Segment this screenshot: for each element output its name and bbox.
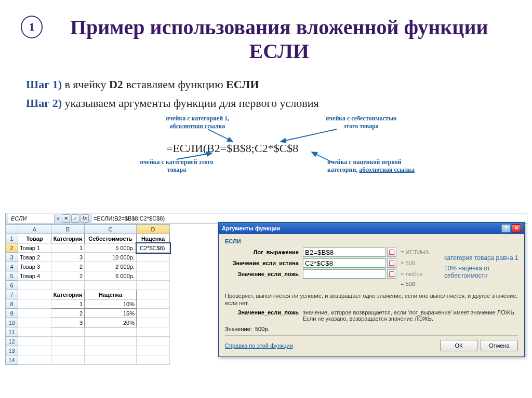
col-B[interactable]: B bbox=[51, 225, 85, 234]
computed-result: = 500 bbox=[225, 281, 518, 287]
help-icon[interactable]: ? bbox=[501, 224, 511, 232]
row-3: 3Товар 2310 000р. bbox=[6, 253, 170, 262]
formula-text: =ЕСЛИ(B2=$B$8;C2*$C$8 bbox=[166, 142, 298, 155]
row-14: 14 bbox=[6, 355, 170, 365]
side-annotation-2: 10% наценка от себестоимости bbox=[444, 265, 532, 279]
dialog-titlebar[interactable]: Аргументы функции ? ✕ bbox=[219, 223, 524, 234]
svg-line-1 bbox=[281, 129, 337, 142]
function-description: Проверяет, выполняется ли условие, и воз… bbox=[225, 292, 518, 307]
row-2: 2 Товар 1 1 5 000р. ;C2*$C$8) bbox=[6, 243, 170, 253]
step-2: Шаг 2) указываем аргументы функции для п… bbox=[26, 95, 511, 111]
svg-line-0 bbox=[208, 129, 233, 142]
dialog-title: Аргументы функции bbox=[222, 225, 280, 231]
slide-title: Пример использования вложенной функции Е… bbox=[47, 16, 511, 63]
range-selector-icon[interactable] bbox=[387, 258, 396, 268]
ok-button[interactable]: ОК bbox=[440, 340, 477, 351]
corner-cell[interactable] bbox=[6, 225, 18, 234]
col-A[interactable]: A bbox=[18, 225, 51, 234]
row-12: 12 bbox=[6, 337, 170, 346]
annotation-cost-cell: ячейка с себестоимостьюэтого товара bbox=[312, 115, 410, 130]
function-name: ЕСЛИ bbox=[225, 238, 518, 244]
row-1: 1 Товар Категория Себестоимость Наценка bbox=[6, 234, 170, 243]
row-4: 4Товар 322 000р. bbox=[6, 262, 170, 271]
step1-label: Шаг 1) bbox=[26, 78, 62, 91]
row-9: 9215% bbox=[6, 309, 170, 318]
step-1: Шаг 1) в ячейку D2 вставляем функцию ЕСЛ… bbox=[26, 77, 511, 92]
row-6: 6 bbox=[6, 281, 170, 290]
range-selector-icon[interactable] bbox=[387, 269, 396, 279]
arg-description: Значение_если_ложь значение, которое воз… bbox=[225, 309, 518, 322]
name-box[interactable]: ЕСЛИ bbox=[8, 214, 55, 223]
function-arguments-dialog: Аргументы функции ? ✕ ЕСЛИ Лог_выражение… bbox=[218, 222, 525, 357]
close-icon[interactable]: ✕ bbox=[512, 224, 521, 232]
row-7: 7КатегорияНаценка bbox=[6, 290, 170, 299]
row-5: 5Товар 426 000р. bbox=[6, 271, 170, 281]
result-line: Значение: 500р. bbox=[225, 326, 518, 332]
annotation-category-cell: ячейка с категорией этоготовара bbox=[125, 158, 229, 173]
spreadsheet-grid[interactable]: A B C D 1 Товар Категория Себестоимость … bbox=[5, 224, 170, 365]
side-annotation-1: категория товара равна 1 bbox=[444, 254, 518, 262]
function-help-link[interactable]: Справка по этой функции bbox=[225, 342, 293, 349]
arg-input-iftrue[interactable] bbox=[303, 258, 386, 268]
col-D[interactable]: D bbox=[137, 225, 170, 234]
step2-label: Шаг 2) bbox=[26, 97, 62, 109]
row-8: 8110% bbox=[6, 299, 170, 309]
fx-icon[interactable]: fx bbox=[81, 214, 89, 223]
row-10: 10320% bbox=[6, 318, 170, 327]
formula-area: ячейка с категорией 1,абсолютная ссылка … bbox=[21, 115, 511, 182]
col-C[interactable]: C bbox=[85, 225, 137, 234]
cell-D2[interactable]: ;C2*$C$8) bbox=[137, 243, 170, 253]
arg-input-iffalse[interactable] bbox=[303, 269, 386, 279]
col-header-row: A B C D bbox=[6, 225, 170, 234]
enter-formula-icon[interactable]: ✓ bbox=[71, 214, 79, 223]
annotation-markup-absolute: ячейка с наценкой первойкатегории, абсол… bbox=[327, 158, 436, 173]
annotation-absolute-ref-1: ячейка с категорией 1,абсолютная ссылка bbox=[151, 115, 244, 130]
slide-title-row: 1 Пример использования вложенной функции… bbox=[21, 16, 511, 74]
row-13: 13 bbox=[6, 346, 170, 355]
row-11: 11 bbox=[6, 327, 170, 337]
step-badge: 1 bbox=[21, 16, 43, 38]
cancel-formula-icon[interactable]: ✕ bbox=[62, 214, 70, 223]
formula-bar-buttons: ✕ ✓ fx bbox=[60, 214, 91, 223]
range-selector-icon[interactable] bbox=[387, 248, 396, 257]
cancel-button[interactable]: Отмена bbox=[481, 340, 518, 351]
arg-input-logical[interactable] bbox=[303, 248, 386, 257]
